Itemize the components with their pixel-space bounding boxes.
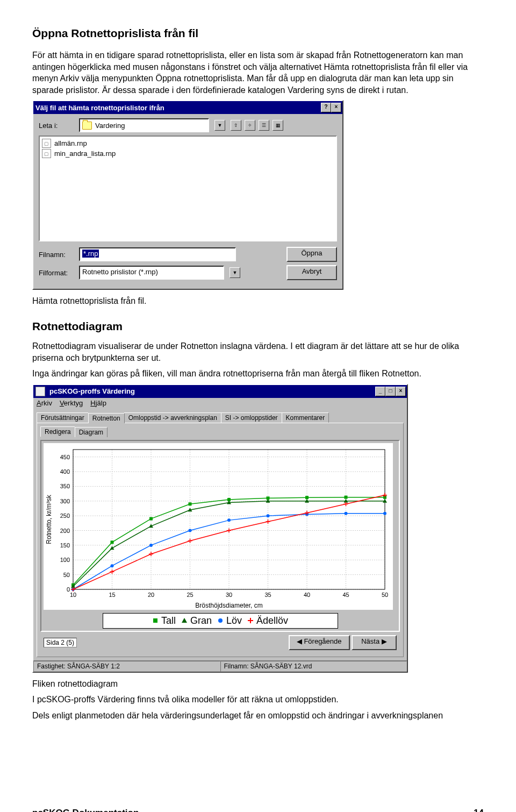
list-item[interactable]: ▢ allmän.rnp	[42, 139, 334, 148]
svg-text:50: 50	[63, 571, 70, 578]
tab-omloppstid[interactable]: Omloppstid -> avverkningsplan	[124, 412, 221, 423]
filetype-label: Filformat:	[39, 269, 74, 277]
tab-forutsattningar[interactable]: Förutsättningar	[37, 412, 89, 423]
status-fastighet: Fastighet: SÅNGA-SÄBY 1:2	[33, 661, 220, 672]
app-icon	[35, 387, 45, 396]
new-folder-icon[interactable]: ✧	[245, 120, 255, 131]
svg-text:350: 350	[60, 483, 70, 489]
page-indicator: Sida 2 (5)	[44, 638, 77, 647]
dialog-caption: Hämta rotnettoprislista från fil.	[32, 295, 484, 307]
sub-tabs: Redigera Diagram	[40, 426, 400, 437]
legend: Tall Gran Löv Ädellöv	[103, 613, 338, 629]
svg-text:15: 15	[109, 592, 115, 598]
file-list[interactable]: ▢ allmän.rnp ▢ min_andra_lista.rnp	[39, 136, 337, 241]
svg-text:250: 250	[60, 512, 70, 519]
list-view-icon[interactable]: ☰	[259, 120, 269, 131]
menubar: Arkiv Verktyg Hjälp	[33, 398, 407, 408]
svg-text:50: 50	[382, 592, 388, 598]
minimize-icon[interactable]: _	[375, 387, 385, 396]
svg-text:10: 10	[70, 592, 76, 598]
svg-text:Rotnetto, kr/m³sk: Rotnetto, kr/m³sk	[45, 494, 53, 544]
svg-text:200: 200	[60, 527, 70, 533]
details-view-icon[interactable]: ▦	[273, 120, 283, 131]
svg-marker-49	[110, 546, 114, 550]
svg-text:40: 40	[304, 592, 310, 598]
footer-title: pcSKOG Dokumentation	[32, 808, 139, 812]
svg-rect-46	[345, 495, 348, 498]
file-icon: ▢	[42, 149, 51, 158]
cancel-button[interactable]: Avbryt	[286, 265, 337, 280]
app-titlebar: pcSKOG-proffs Värdering _ □ ×	[33, 385, 407, 398]
tab-kommentarer[interactable]: Kommentarer	[282, 412, 329, 423]
file-name: min_andra_lista.rnp	[54, 149, 116, 158]
close-icon[interactable]: ×	[331, 103, 341, 112]
svg-text:150: 150	[60, 542, 70, 549]
chevron-down-icon[interactable]: ▼	[214, 120, 225, 131]
section-heading-2: Rotnettodiagram	[32, 320, 484, 333]
legend-lov: Löv	[217, 615, 242, 626]
svg-rect-40	[111, 540, 114, 544]
maximize-icon[interactable]: □	[385, 387, 396, 396]
file-name: allmän.rnp	[54, 139, 87, 147]
svg-text:25: 25	[187, 592, 193, 598]
titlebar: Välj fil att hämta rotnettoprislistor if…	[33, 101, 342, 114]
app-caption: Fliken rotnettodiagram	[32, 678, 484, 690]
close-icon[interactable]: ×	[396, 387, 406, 396]
svg-text:35: 35	[264, 592, 271, 598]
svg-point-62	[267, 514, 270, 517]
svg-text:45: 45	[342, 592, 349, 598]
list-item[interactable]: ▢ min_andra_lista.rnp	[42, 149, 334, 158]
status-bar: Fastighet: SÅNGA-SÄBY 1:2 Filnamn: SÅNGA…	[33, 660, 407, 672]
folder-icon	[82, 122, 92, 130]
up-folder-icon[interactable]: ⇧	[231, 120, 241, 131]
next-button[interactable]: Nästa ▶	[352, 635, 397, 650]
current-folder: Vardering	[95, 122, 125, 130]
svg-rect-45	[305, 496, 309, 499]
svg-text:400: 400	[60, 468, 70, 475]
svg-marker-69	[182, 618, 187, 623]
file-open-dialog: Välj fil att hämta rotnettoprislistor if…	[32, 100, 343, 290]
look-in-combo[interactable]: Vardering	[79, 118, 209, 132]
chevron-down-icon[interactable]: ▼	[230, 267, 240, 278]
page-number: 14	[474, 808, 484, 812]
tab-rotnetton[interactable]: Rotnetton	[88, 413, 125, 423]
subtab-diagram[interactable]: Diagram	[75, 427, 108, 437]
app-window: pcSKOG-proffs Värdering _ □ × Arkiv Verk…	[32, 384, 408, 673]
subtab-redigera[interactable]: Redigera	[40, 426, 75, 437]
filetype-combo[interactable]: Rotnetto prislistor (*.rnp)	[79, 266, 224, 280]
file-icon: ▢	[42, 139, 51, 148]
menu-arkiv[interactable]: Arkiv	[37, 399, 52, 407]
app-title: pcSKOG-proffs Värdering	[49, 387, 135, 395]
tab-panel: Redigera Diagram 05010015020025030035040…	[37, 423, 404, 657]
filename-input[interactable]: *.rnp	[79, 247, 236, 261]
svg-text:450: 450	[60, 453, 70, 460]
filename-label: Filnamn:	[39, 251, 74, 259]
svg-point-58	[111, 564, 114, 567]
svg-rect-41	[149, 517, 153, 520]
svg-point-65	[383, 512, 386, 515]
body-paragraph: I pcSKOG-proffs Värdering finns två olik…	[32, 694, 484, 706]
svg-point-59	[149, 544, 153, 547]
menu-hjalp[interactable]: Hjälp	[90, 399, 106, 407]
svg-point-61	[227, 518, 231, 522]
svg-text:30: 30	[226, 592, 232, 598]
prev-button[interactable]: ◀ Föregående	[289, 635, 350, 650]
help-icon[interactable]: ?	[321, 103, 331, 112]
svg-text:20: 20	[148, 592, 154, 598]
open-button[interactable]: Öppna	[286, 247, 337, 262]
tab-si-omloppstider[interactable]: SI -> omloppstider	[221, 412, 282, 423]
svg-point-70	[218, 618, 223, 623]
svg-point-60	[189, 529, 192, 532]
body-paragraph: Inga ändringar kan göras på fliken, vill…	[32, 368, 484, 380]
svg-text:Brösthöjdsdiameter, cm: Brösthöjdsdiameter, cm	[195, 602, 262, 609]
svg-text:300: 300	[60, 498, 70, 504]
main-tabs: Förutsättningar Rotnetton Omloppstid -> …	[37, 412, 404, 423]
menu-verktyg[interactable]: Verktyg	[60, 399, 83, 407]
intro-paragraph: För att hämta in en tidigare sparad rotn…	[32, 49, 484, 96]
section-heading: Öppna Rotnettoprislista från fil	[32, 27, 484, 40]
svg-text:100: 100	[60, 557, 70, 563]
chart-area: 0501001502002503003504004501015202530354…	[40, 440, 400, 632]
legend-tall: Tall	[152, 615, 176, 626]
svg-point-64	[345, 512, 348, 515]
body-paragraph: Rotnettodiagram visualiserar de under Ro…	[32, 340, 484, 364]
